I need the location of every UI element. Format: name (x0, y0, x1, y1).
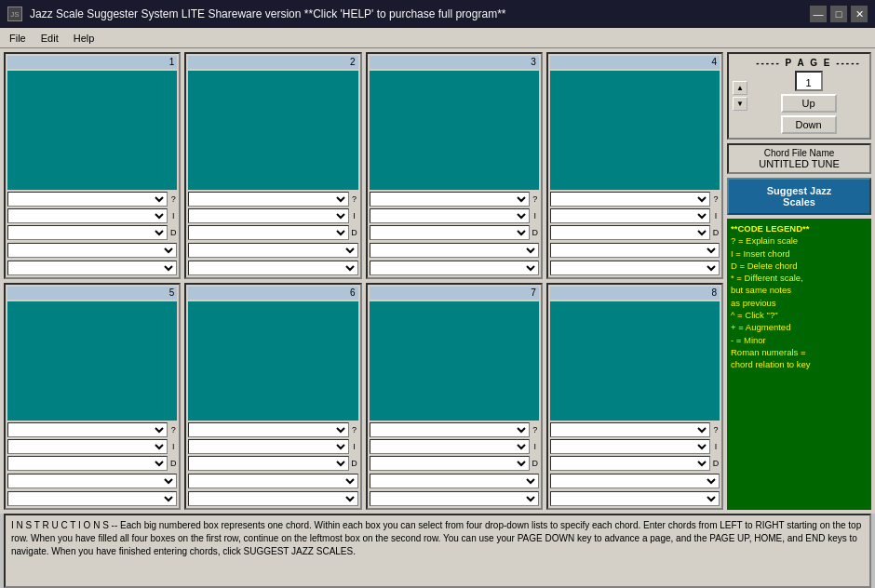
chord-file-name: UNTITLED TUNE (732, 158, 867, 169)
chord-select-7c[interactable] (370, 456, 530, 471)
chord-box-1: 1 ? I D (4, 52, 181, 279)
chord-select-8d[interactable] (550, 474, 720, 488)
chord-teal-7 (370, 301, 539, 421)
chord-select-8c[interactable] (550, 456, 710, 471)
chord-teal-6 (188, 301, 357, 421)
chord-number-3: 3 (370, 56, 539, 69)
main-area: 1 ? I D 2 (0, 48, 875, 514)
menu-edit[interactable]: Edit (35, 31, 64, 46)
chord-select-6d[interactable] (188, 474, 357, 488)
minimize-button[interactable]: — (810, 6, 827, 22)
chord-inputs-2b: I (188, 208, 357, 223)
titlebar-title: Jazz Scale Suggester System LITE Sharewa… (30, 7, 505, 20)
chord-select-3e[interactable] (370, 261, 539, 275)
chord-number-7: 7 (370, 287, 539, 300)
chord-select-5a[interactable] (7, 422, 168, 437)
chord-number-5: 5 (7, 287, 177, 300)
chord-select-4e[interactable] (550, 261, 720, 275)
chord-select-1a[interactable] (7, 192, 168, 207)
chord-select-7a[interactable] (370, 422, 530, 437)
chord-select-1d[interactable] (7, 243, 177, 258)
chord-label-d2: D (351, 228, 358, 237)
chord-select-5d[interactable] (7, 474, 177, 488)
menubar: File Edit Help (0, 28, 875, 48)
maximize-button[interactable]: □ (830, 6, 847, 22)
chord-label-i1: I (169, 211, 177, 220)
chord-inputs-6a: ? (188, 422, 357, 437)
chord-number-4: 4 (550, 56, 720, 69)
chord-select-2d[interactable] (188, 243, 357, 258)
chord-select-3c[interactable] (370, 225, 530, 240)
scroll-col: ▲ ▼ (733, 81, 747, 111)
chord-select-2e[interactable] (188, 261, 357, 275)
legend-line-8: - = Minor (731, 335, 766, 345)
chord-select-1c[interactable] (7, 225, 168, 240)
chord-number-8: 8 (550, 287, 720, 300)
page-control: ▲ ▼ ----- P A G E ----- 1 Up Down (727, 52, 871, 140)
chord-select-2b[interactable] (188, 208, 348, 223)
instructions-bar: I N S T R U C T I O N S -- Each big numb… (4, 514, 871, 588)
chord-select-4b[interactable] (550, 208, 710, 223)
legend-line-0: ? = Explain scale (731, 235, 798, 246)
chord-select-7d[interactable] (370, 474, 539, 488)
chord-label-q3: ? (532, 194, 539, 204)
chord-select-5e[interactable] (7, 491, 177, 506)
chord-inputs-7b: I (370, 439, 539, 454)
chord-select-1e[interactable] (7, 261, 177, 275)
chord-select-8a[interactable] (550, 422, 710, 437)
chord-teal-5 (7, 301, 177, 421)
legend-line-2: D = Delete chord (731, 261, 798, 271)
chord-inputs-1b: I (7, 208, 177, 223)
chord-file-label: Chord File Name (732, 148, 867, 158)
code-legend: **CODE LEGEND** ? = Explain scale I = In… (727, 219, 871, 510)
chord-file-panel: Chord File Name UNTITLED TUNE (727, 143, 871, 174)
close-button[interactable]: ✕ (851, 6, 868, 22)
chord-label-d8: D (712, 459, 720, 468)
chord-label-d1: D (169, 228, 177, 237)
chord-select-8b[interactable] (550, 439, 710, 454)
scroll-up-btn[interactable]: ▲ (733, 81, 747, 95)
legend-line-4: but same notes (731, 285, 791, 295)
suggest-jazz-scales-button[interactable]: Suggest JazzScales (727, 178, 871, 215)
chord-teal-1 (7, 71, 177, 190)
chord-select-2c[interactable] (188, 225, 348, 240)
chord-inputs-7a: ? (370, 422, 539, 437)
chord-box-6: 6 ? I D (184, 283, 361, 510)
chord-select-5c[interactable] (7, 456, 168, 471)
chord-label-q7: ? (532, 425, 539, 434)
chord-label-q1: ? (169, 194, 177, 204)
chord-select-1b[interactable] (7, 208, 168, 223)
chord-label-i8: I (712, 442, 720, 451)
chord-select-5b[interactable] (7, 439, 168, 454)
chord-inputs-1a: ? (7, 192, 177, 207)
menu-help[interactable]: Help (68, 31, 101, 46)
chord-inputs-3a: ? (370, 192, 539, 207)
chord-inputs-8a: ? (550, 422, 720, 437)
chord-select-6e[interactable] (188, 491, 357, 506)
page-up-button[interactable]: Up (781, 94, 837, 113)
chord-select-6b[interactable] (188, 439, 348, 454)
instructions-text: I N S T R U C T I O N S -- Each big numb… (11, 520, 861, 556)
chord-select-4a[interactable] (550, 192, 710, 207)
page-down-button[interactable]: Down (781, 115, 837, 134)
chord-select-3a[interactable] (370, 192, 530, 207)
scroll-down-btn[interactable]: ▼ (733, 97, 747, 111)
chord-select-3d[interactable] (370, 243, 539, 258)
chord-label-d7: D (532, 459, 539, 468)
chord-select-4d[interactable] (550, 243, 720, 258)
chord-select-3b[interactable] (370, 208, 530, 223)
chord-select-8e[interactable] (550, 491, 720, 506)
chord-box-5: 5 ? I D (4, 283, 181, 510)
chord-box-3: 3 ? I D (366, 52, 543, 279)
chord-select-2a[interactable] (188, 192, 348, 207)
chord-select-4c[interactable] (550, 225, 710, 240)
chord-select-6c[interactable] (188, 456, 348, 471)
chord-select-7e[interactable] (370, 491, 539, 506)
menu-file[interactable]: File (4, 31, 32, 46)
chord-label-q5: ? (169, 425, 177, 434)
chord-inputs-7c: D (370, 456, 539, 471)
chord-select-7b[interactable] (370, 439, 530, 454)
chord-inputs-4a: ? (550, 192, 720, 207)
chord-box-2: 2 ? I D (184, 52, 361, 279)
chord-select-6a[interactable] (188, 422, 348, 437)
